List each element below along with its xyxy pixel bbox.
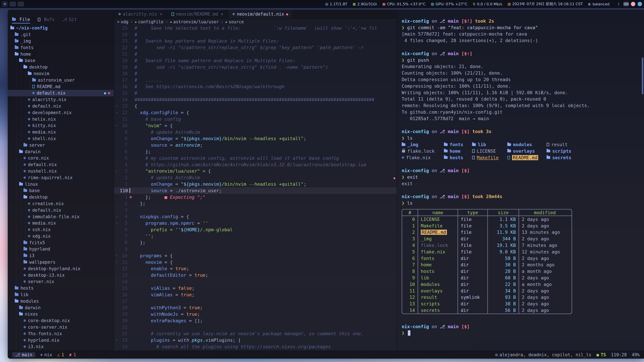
tree-item-nixos[interactable]: nixos [8,311,114,318]
breadcrumb-item-xdg[interactable]: ❄xdg [118,19,128,24]
code-line[interactable]: 12 enable = true; [114,265,397,272]
breadcrumb-item-astronvim/lua/user[interactable]: ▪astronvim/lua/user [170,19,219,24]
code-line[interactable]: 22 # sed -ri "s/pattern_str/replace_str/… [114,44,397,51]
tree-item-rime-squirrel.nix[interactable]: ❄rime-squirrel.nix [8,174,114,181]
code-line[interactable]: 14 #####################################… [114,96,397,103]
tree-item-shell.nix[interactable]: ❄shell.nix [8,135,114,142]
code-line[interactable]: ▾11 neovim = { [114,259,397,266]
tree-item-hyprland[interactable]: hyprland [8,246,114,252]
code-line[interactable]: ▾10 programs = { [114,252,397,259]
fold-marker-icon[interactable]: ▾ [114,215,120,219]
code-line[interactable]: 19 # sed -ri "s/pattern_str/replace_str/… [114,64,397,70]
code-line[interactable]: ▾5 programs.npm.npmrc = '' [114,220,397,226]
tree-item-ssh.nix[interactable]: ❄ssh.nix [8,226,114,233]
tree-item-darwin[interactable]: darwin [8,148,114,155]
code-line[interactable]: 2 # update AstroNvim [114,174,397,181]
command-line[interactable]: ❯ git commit -am "feat: catppuccin-mocha… [402,24,644,31]
tree-tab-file[interactable]: File [12,17,30,23]
tree-item-base[interactable]: base [8,187,114,194]
tree-item-hyprland.nix[interactable]: ❄hyprland.nix [8,337,114,344]
tree-item-default.nix[interactable]: ❄default.nix [8,161,114,168]
command-line[interactable]: ❯ exit [402,174,644,180]
git-branch-segment[interactable]: ⎇ main [12,352,36,358]
code-line[interactable]: 4 # https://github.com/AstroNvim/AstroNv… [114,161,397,168]
tree-item-home[interactable]: home [8,51,114,57]
breadcrumb-item-source[interactable]: ▪source [225,19,244,24]
code-line[interactable]: 18 withPython3 = true; [114,304,397,311]
code-line[interactable]: 16 vimAlias = true; [114,292,397,298]
code-line[interactable]: 6 prefix = ''${HOME}/.npm-global [114,226,397,233]
tree-item-wallpapers[interactable]: wallpapers [8,259,114,266]
code-line[interactable]: 24 # [114,31,397,38]
code-line[interactable]: 11 # base config [114,116,397,122]
tree-item-desktop[interactable]: desktop [8,64,114,70]
code-line[interactable]: 23 # Search key pattern and Replace in M… [114,38,397,44]
code-lines[interactable]: 25 # Save the selected text to a file: `… [114,25,397,351]
code-line[interactable]: 18 # [114,70,397,77]
tree-item-astronvim_user[interactable]: astronvim_user [8,77,114,83]
fold-marker-icon[interactable]: ▾ [114,111,120,115]
tree-item-core-desktop.nix[interactable]: ❄core-desktop.nix [8,318,114,324]
tree-item-default.nix[interactable]: ❄default.nix [8,207,114,213]
tree-item-.git[interactable]: .git [8,31,114,38]
tree-tab-bufs[interactable]: Bufs [38,17,55,23]
tree-item-default.nix[interactable]: ❄default.nix●⊗ [8,90,114,96]
command-line[interactable]: ❯ ls [402,135,644,141]
code-line[interactable]: 20 extraPackages = []; [114,318,397,324]
code-line[interactable]: 14 [114,278,397,285]
tree-item-nushell.nix[interactable]: ❄nushell.nix [8,168,114,174]
code-line[interactable]: ▾4 nixpkgs.config = { [114,213,397,220]
code-line[interactable]: 8 onChange = "${pkgs.neovim}/bin/nvim --… [114,135,397,142]
tray-app-blue-icon[interactable] [638,2,642,6]
tree-item-server.nix[interactable]: ❄server.nix [8,278,114,285]
fold-marker-icon[interactable]: ▾ [114,169,120,173]
input-method-icon[interactable]: ⌨ [624,1,628,6]
code-line[interactable]: 7 ''; [114,233,397,240]
tree-item-darwin[interactable]: darwin [8,304,114,311]
command-line[interactable]: ❯ [402,330,644,336]
breadcrumb-item-configFile[interactable]: ▪configFile [135,19,163,24]
code-line[interactable]: 6 }; [114,148,397,155]
tree-item-creative.nix[interactable]: ❄creative.nix [8,200,114,207]
command-line[interactable]: ❯ git push [402,57,644,63]
code-line[interactable]: 3 [114,207,397,213]
buffer-tab-alacritty.nix[interactable]: ❄alacritty.nix× [114,10,167,18]
code-line[interactable]: 2 }; [114,200,397,207]
taskbar-window-1[interactable] [10,2,16,6]
code-line[interactable]: 19 withNodeJs = true; [114,311,397,318]
tree-item-i3.nix[interactable]: ❄i3.nix [8,344,114,350]
tree-item-development.nix[interactable]: ❄development.nix [8,109,114,116]
close-icon[interactable]: × [221,11,224,16]
code-line[interactable]: 5 # my cusotom astronvim config, astronv… [114,155,397,161]
tree-item-default.nix[interactable]: ❄default.nix [8,103,114,109]
command-line[interactable]: ❯ ls [402,200,644,206]
code-line[interactable]: ▾13 { [114,103,397,109]
launcher-icon[interactable]: ❄ [2,1,8,7]
tree-item-core.nix[interactable]: ❄core.nix [8,155,114,161]
code-line[interactable]: 15 # [114,90,397,96]
tree-item-xdg.nix[interactable]: ❄xdg.nix [8,233,114,240]
code-line[interactable]: 1⊗ }; ■ Expecting ";" [114,194,397,200]
tree-item-media.nix[interactable]: ❄media.nix [8,220,114,226]
fold-marker-icon[interactable]: ▾ [114,221,120,225]
tree-item-base[interactable]: base [8,57,114,64]
code-line[interactable]: 20 # Search file name pattern and Replac… [114,57,397,64]
code-line[interactable]: 13 defaultEditor = true; [114,272,397,278]
code-line[interactable]: 7 source = astronvim; [114,142,397,148]
tree-item-desktop[interactable]: desktop [8,194,114,200]
code-line[interactable]: 25 # Save the selected text to a file: `… [114,25,397,31]
tree-root[interactable]: ~/nix-config [8,25,114,31]
tree-item-neovim[interactable]: neovim [8,70,114,77]
code-line[interactable]: 21 # [114,51,397,57]
tree-item-hosts[interactable]: hosts [8,285,114,292]
code-line[interactable]: 15 viAlias = false; [114,285,397,292]
terminal-scrollbar[interactable] [642,57,643,94]
tree-item-media.nix[interactable]: ❄media.nix [8,129,114,135]
code-line[interactable]: 9 [114,246,397,252]
code-line[interactable]: 9 # update AstroNvim [114,129,397,135]
code-line[interactable]: 17 [114,298,397,304]
terminal-pane[interactable]: nix-config on ⎇ main [$!] took 2s❯ git c… [397,10,644,351]
buffer-tab-neovim/default.nix[interactable]: ❄neovim/default.nix● [228,10,293,18]
tree-item-README.md[interactable]: README.md [8,83,114,90]
tree-item-desktop-i3.nix[interactable]: ❄desktop-i3.nix [8,272,114,278]
